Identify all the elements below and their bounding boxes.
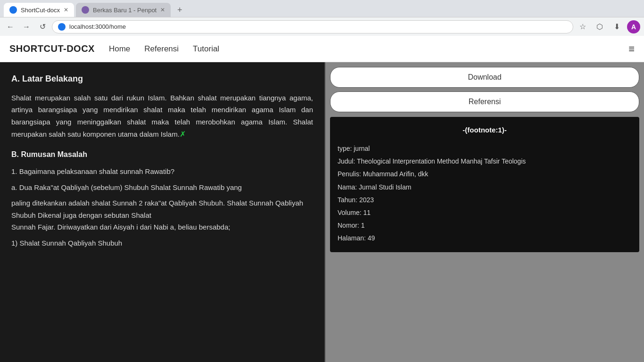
answer-a-label: a. Dua Raka"at Qabliyah (sebelum) Shubuh… <box>11 181 313 194</box>
address-bar[interactable]: localhost:3000/home <box>52 20 573 33</box>
profile-button[interactable]: A <box>627 20 640 33</box>
download-button[interactable]: Download <box>330 67 639 88</box>
navbar-links: Home Referensi Tutorial <box>109 44 219 54</box>
footnote-content: type: jurnal Judul: Theological Interpre… <box>338 143 632 245</box>
referensi-button[interactable]: Referensi <box>330 91 639 112</box>
answer-a-cont-text: Sunnah Fajar. Diriwayatkan dari Aisyah i… <box>11 223 230 231</box>
bookmark-button[interactable]: ☆ <box>576 20 589 33</box>
tab-shortcut[interactable]: ShortCut-docx ✕ <box>4 3 74 17</box>
tab-favicon-penpot <box>82 6 89 14</box>
tab-label-shortcut: ShortCut-docx <box>21 7 60 14</box>
document-panel: A. Latar Belakang Shalat merupakan salah… <box>0 62 325 362</box>
nav-home[interactable]: Home <box>109 44 130 54</box>
footnote-nomor: Nomor: 1 <box>338 220 632 231</box>
tab-close-shortcut[interactable]: ✕ <box>64 7 68 13</box>
footnote-nama: Nama: Jurnal Studi Islam <box>338 181 632 193</box>
extension-button[interactable]: ⬡ <box>593 20 606 33</box>
document-inner[interactable]: A. Latar Belakang Shalat merupakan salah… <box>0 62 324 362</box>
item-1: 1) Shalat Sunnah Qabliyah Shubuh <box>11 237 313 249</box>
footnote-type: type: jurnal <box>338 143 632 155</box>
action-buttons: Download Referensi <box>330 67 639 112</box>
tab-penpot[interactable]: Berkas Baru 1 - Penpot ✕ <box>76 3 171 17</box>
section-a-title: A. Latar Belakang <box>11 72 313 86</box>
section-b-title: B. Rumusan Masalah <box>11 148 313 161</box>
tab-favicon-shortcut <box>9 6 17 14</box>
tab-label-penpot: Berkas Baru 1 - Penpot <box>93 7 157 14</box>
back-button[interactable]: ← <box>4 20 17 33</box>
hamburger-icon[interactable]: ≡ <box>628 43 635 55</box>
footnote-volume: Volume: 11 <box>338 207 632 219</box>
footnote-tahun: Tahun: 2023 <box>338 194 632 206</box>
browser-controls: ← → ↺ localhost:3000/home ☆ ⬡ ⬇ A <box>0 17 644 36</box>
new-tab-button[interactable]: + <box>173 3 187 17</box>
forward-button[interactable]: → <box>20 20 33 33</box>
tab-close-penpot[interactable]: ✕ <box>160 7 165 13</box>
address-text: localhost:3000/home <box>69 23 126 30</box>
browser-actions: ☆ ⬡ ⬇ A <box>576 20 640 33</box>
paragraph-1: Shalat merupakan salah satu dari rukun I… <box>11 92 313 141</box>
answer-a-label-text: a. Dua Raka"at Qabliyah (sebelum) Shubuh… <box>11 183 242 191</box>
reload-button[interactable]: ↺ <box>36 20 49 33</box>
navbar: SHORTCUT-DOCX Home Referensi Tutorial ≡ <box>0 36 644 62</box>
footnote-judul: Judul: Theological Interprentation Metho… <box>338 156 632 167</box>
footnote-panel: -(footnote:1)- type: jurnal Judul: Theol… <box>330 117 639 252</box>
question-1: 1. Bagaimana pelaksanaan shalat sunnah R… <box>11 165 313 178</box>
navbar-brand: SHORTCUT-DOCX <box>9 43 95 54</box>
cross-mark: ✗ <box>180 130 186 138</box>
paragraph-1-text: Shalat merupakan salah satu dari rukun I… <box>11 94 313 139</box>
browser-download-button[interactable]: ⬇ <box>610 20 623 33</box>
nav-referensi[interactable]: Referensi <box>144 44 179 54</box>
app: SHORTCUT-DOCX Home Referensi Tutorial ≡ … <box>0 36 644 362</box>
answer-a-body-text: paling ditekankan adalah shalat Sunnah 2… <box>11 199 303 219</box>
right-sidebar: Download Referensi -(footnote:1)- type: … <box>325 62 644 362</box>
address-icon <box>58 23 66 31</box>
browser-chrome: ShortCut-docx ✕ Berkas Baru 1 - Penpot ✕… <box>0 0 644 36</box>
footnote-title: -(footnote:1)- <box>338 123 632 138</box>
footnote-penulis: Penulis: Muhammad Arifin, dkk <box>338 168 632 180</box>
nav-tutorial[interactable]: Tutorial <box>193 44 219 54</box>
main-content: A. Latar Belakang Shalat merupakan salah… <box>0 62 644 362</box>
tab-bar: ShortCut-docx ✕ Berkas Baru 1 - Penpot ✕… <box>0 0 644 17</box>
footnote-halaman: Halaman: 49 <box>338 232 632 244</box>
answer-a-body: paling ditekankan adalah shalat Sunnah 2… <box>11 197 313 233</box>
